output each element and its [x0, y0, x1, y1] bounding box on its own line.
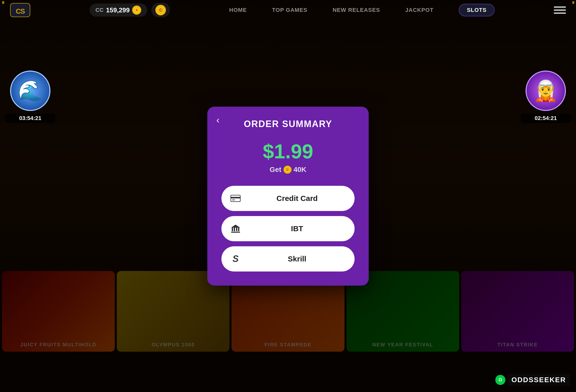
modal-backdrop: ‹ ORDER SUMMARY $1.99 Get © 40K C: [0, 0, 576, 392]
price-display: $1.99: [221, 141, 355, 162]
modal-title: ORDER SUMMARY: [221, 119, 355, 129]
svg-rect-6: [236, 228, 237, 231]
ibt-label: IBT: [248, 224, 347, 233]
svg-rect-1: [231, 197, 240, 198]
order-summary-modal: ‹ ORDER SUMMARY $1.99 Get © 40K C: [207, 107, 369, 286]
skrill-label: Skrill: [248, 255, 347, 263]
svg-rect-2: [232, 199, 235, 200]
modal-back-button[interactable]: ‹: [216, 116, 219, 125]
svg-rect-8: [231, 232, 240, 233]
payment-options: Credit Card IBT: [221, 186, 355, 272]
credit-card-button[interactable]: Credit Card: [221, 186, 355, 211]
svg-rect-5: [234, 228, 235, 231]
skrill-button[interactable]: S Skrill: [221, 246, 355, 272]
ibt-button[interactable]: IBT: [221, 216, 355, 241]
coins-amount: 40K: [294, 166, 306, 174]
coin-icon: ©: [283, 166, 292, 174]
svg-rect-4: [232, 228, 233, 231]
svg-rect-7: [238, 228, 239, 231]
skrill-icon: S: [229, 253, 242, 265]
get-coins-display: Get © 40K: [221, 166, 355, 174]
credit-card-label: Credit Card: [248, 194, 347, 203]
svg-marker-3: [231, 225, 240, 228]
get-label: Get: [270, 166, 281, 174]
credit-card-icon: [229, 192, 242, 204]
bank-icon: [229, 223, 242, 235]
